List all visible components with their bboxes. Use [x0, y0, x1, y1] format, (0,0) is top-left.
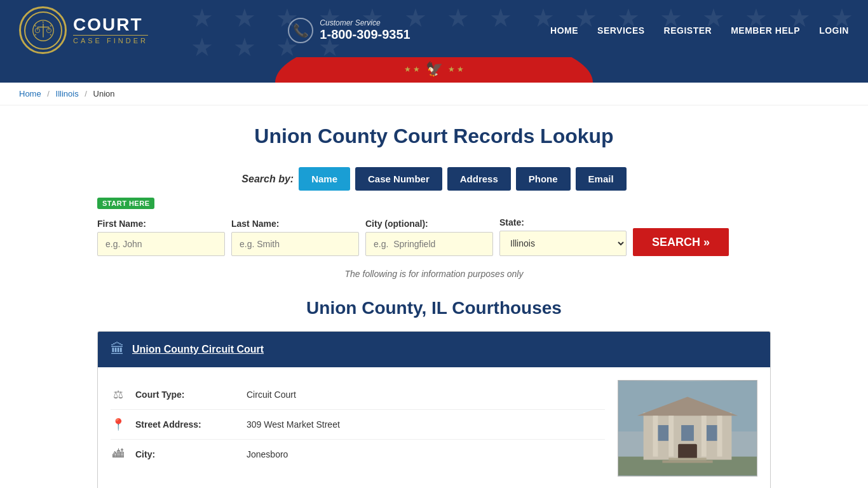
city-row-value: Jonesboro — [247, 449, 288, 459]
breadcrumb-sep-1: / — [47, 89, 50, 98]
city-icon: 🏙 — [111, 447, 126, 461]
customer-service: 📞 Customer Service 1-800-309-9351 — [288, 18, 410, 43]
nav-login[interactable]: LOGIN — [819, 25, 849, 36]
start-here-badge: START HERE — [97, 198, 154, 209]
search-by-row: Search by: Name Case Number Address Phon… — [97, 167, 771, 191]
courthouse-header: 🏛 Union County Circuit Court — [98, 332, 770, 367]
svg-rect-25 — [702, 416, 707, 456]
court-type-row: ⚖ Court Type: Circuit Court — [111, 380, 605, 410]
svg-rect-22 — [662, 461, 712, 463]
state-group: State: Illinois Alabama Alaska Arizona — [499, 217, 627, 256]
breadcrumb: Home / Illinois / Union — [0, 83, 868, 105]
svg-rect-23 — [653, 416, 658, 456]
courthouses-title: Union County, IL Courthouses — [97, 298, 771, 318]
court-type-label: Court Type: — [135, 390, 237, 400]
breadcrumb-sep-2: / — [85, 89, 87, 98]
search-button[interactable]: SEARCH » — [633, 228, 729, 256]
city-row: 🏙 City: Jonesboro — [111, 440, 605, 468]
street-row: 📍 Street Address: 309 West Market Street — [111, 410, 605, 440]
logo-seal-icon: ★ ★ ★ ★ ★ — [32, 19, 55, 42]
courthouse-name-link[interactable]: Union County Circuit Court — [132, 344, 264, 355]
svg-text:★: ★ — [49, 24, 51, 27]
last-name-label: Last Name: — [231, 219, 359, 229]
main-content: Union County Court Records Lookup Search… — [85, 105, 783, 488]
svg-text:★: ★ — [34, 24, 37, 27]
first-name-input[interactable] — [97, 232, 225, 256]
logo-text: COURT CASE FINDER — [73, 16, 148, 44]
page-title: Union County Court Records Lookup — [97, 125, 771, 148]
nav-member-help[interactable]: MEMBER HELP — [731, 25, 800, 36]
tab-address[interactable]: Address — [447, 167, 511, 191]
city-row-label: City: — [135, 449, 237, 459]
svg-text:★: ★ — [34, 34, 37, 36]
info-note: The following is for information purpose… — [97, 269, 771, 279]
phone-number: 1-800-309-9351 — [320, 27, 410, 42]
svg-rect-20 — [678, 444, 697, 460]
logo-case-finder-text: CASE FINDER — [73, 35, 148, 44]
first-name-group: First Name: — [97, 219, 225, 256]
first-name-label: First Name: — [97, 219, 225, 229]
breadcrumb-union: Union — [93, 89, 115, 98]
svg-rect-24 — [668, 416, 674, 456]
last-name-input[interactable] — [231, 232, 359, 256]
nav-services[interactable]: SERVICES — [597, 25, 645, 36]
state-select[interactable]: Illinois Alabama Alaska Arizona — [499, 231, 627, 256]
nav-register[interactable]: REGISTER — [664, 25, 712, 36]
search-by-label: Search by: — [241, 173, 294, 185]
gavel-icon: ⚖ — [111, 388, 126, 402]
courthouse-info: ⚖ Court Type: Circuit Court 📍 Street Add… — [111, 380, 605, 477]
tab-email[interactable]: Email — [576, 167, 627, 191]
nav-home[interactable]: HOME — [550, 25, 578, 36]
breadcrumb-illinois[interactable]: Illinois — [56, 89, 79, 98]
header-arch: ★ ★ 🦅 ★ ★ — [0, 57, 868, 83]
tab-phone[interactable]: Phone — [516, 167, 571, 191]
svg-rect-26 — [717, 416, 722, 456]
arch-eagle: ★ ★ 🦅 ★ ★ — [404, 61, 464, 78]
tab-case-number[interactable]: Case Number — [355, 167, 442, 191]
svg-text:★: ★ — [49, 34, 51, 36]
logo-badge: ★ ★ ★ ★ ★ — [19, 6, 67, 54]
court-type-value: Circuit Court — [247, 390, 296, 400]
street-value: 309 West Market Street — [247, 419, 340, 430]
customer-service-label: Customer Service — [320, 18, 410, 27]
svg-rect-21 — [668, 458, 706, 461]
svg-rect-18 — [681, 425, 694, 441]
city-group: City (optional): — [365, 219, 493, 256]
breadcrumb-home[interactable]: Home — [19, 89, 41, 98]
street-label: Street Address: — [135, 419, 237, 430]
courthouse-image-placeholder — [618, 381, 757, 476]
courthouse-image — [618, 380, 757, 477]
logo-area: ★ ★ ★ ★ ★ COURT CASE FINDER — [19, 6, 148, 54]
city-label: City (optional): — [365, 219, 493, 229]
state-label: State: — [499, 217, 627, 227]
city-input[interactable] — [365, 232, 493, 256]
svg-text:★: ★ — [42, 21, 44, 24]
location-icon: 📍 — [111, 417, 126, 431]
courthouse-body: ⚖ Court Type: Circuit Court 📍 Street Add… — [98, 367, 770, 488]
search-form: First Name: Last Name: City (optional): … — [97, 217, 771, 256]
main-nav: HOME SERVICES REGISTER MEMBER HELP LOGIN — [550, 25, 849, 36]
tab-name[interactable]: Name — [299, 167, 350, 191]
courthouse-icon: 🏛 — [111, 341, 125, 358]
courthouse-building-svg — [618, 381, 757, 476]
courthouse-card: 🏛 Union County Circuit Court ⚖ Court Typ… — [97, 331, 771, 488]
logo-court-text: COURT — [73, 16, 148, 34]
phone-icon: 📞 — [288, 18, 313, 43]
last-name-group: Last Name: — [231, 219, 359, 256]
